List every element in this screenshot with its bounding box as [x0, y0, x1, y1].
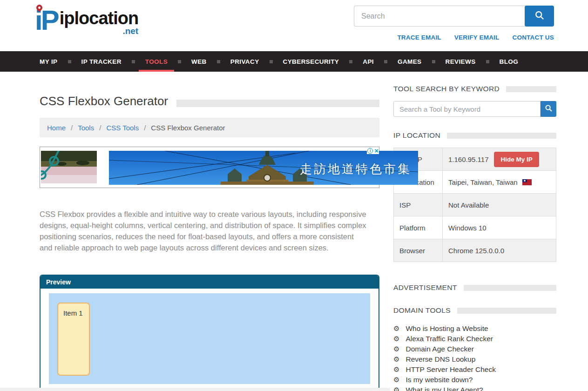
ad-left-image	[41, 151, 97, 183]
gear-icon: ⚙	[393, 377, 399, 384]
gear-icon: ⚙	[393, 346, 399, 353]
heading-decoration-bar	[447, 133, 556, 139]
verify-email-link[interactable]: VERIFY EMAIL	[454, 34, 500, 41]
nav-item-my-ip[interactable]: MY IP	[40, 51, 58, 72]
ip-location-value: Taipei, Taiwan, Taiwan	[448, 178, 518, 186]
isp-value: Not Available	[443, 194, 556, 216]
nav-item-cybersecurity[interactable]: CYBERSECURITY	[283, 51, 339, 72]
tool-link-reverse-dns[interactable]: ⚙ Reverse DNS Lookup	[393, 354, 556, 364]
header-links: TRACE EMAIL VERIFY EMAIL CONTACT US	[354, 34, 554, 41]
flex-preview-container: Item 1	[49, 293, 370, 384]
table-row: ISP Not Available	[394, 194, 556, 216]
browser-value: Chrome 125.0.0.0	[443, 239, 556, 262]
breadcrumb-home[interactable]: Home	[47, 124, 66, 132]
trace-email-link[interactable]: TRACE EMAIL	[397, 34, 441, 41]
nav-separator	[68, 60, 71, 63]
platform-value: Windows 10	[443, 216, 556, 239]
tool-search-button[interactable]	[541, 101, 556, 117]
site-header: iP iplocation .net TRACE EMAIL VERIFY EM…	[0, 0, 588, 51]
preview-panel-header: Preview	[41, 276, 378, 289]
tool-link-website-down[interactable]: ⚙ Is my website down?	[393, 375, 556, 385]
heading-decoration-bar	[457, 308, 556, 314]
heading-decoration-bar	[506, 86, 556, 92]
row-label: Platform	[394, 216, 443, 239]
breadcrumb-tools[interactable]: Tools	[78, 124, 94, 132]
title-decoration-bar	[176, 100, 379, 107]
nav-item-blog[interactable]: BLOG	[500, 51, 519, 72]
nav-item-api[interactable]: API	[363, 51, 374, 72]
contact-us-link[interactable]: CONTACT US	[513, 34, 554, 41]
flex-preview-item-1: Item 1	[57, 303, 90, 376]
nav-separator	[270, 60, 273, 63]
nav-item-web[interactable]: WEB	[191, 51, 207, 72]
nav-separator	[217, 60, 220, 63]
tool-link-who-is-hosting[interactable]: ⚙ Who is Hosting a Website	[393, 324, 556, 334]
table-row: Browser Chrome 125.0.0.0	[394, 239, 556, 262]
nav-separator	[178, 60, 181, 63]
tool-link-user-agent[interactable]: ⚙ What is my User Agent?	[393, 385, 556, 391]
row-label: ISP	[394, 194, 443, 216]
tool-search-input[interactable]	[393, 101, 541, 117]
ad-badges: i ×	[367, 147, 379, 154]
header-search-input[interactable]	[354, 6, 527, 27]
ad-close-icon[interactable]: ×	[374, 148, 378, 154]
tool-link-alexa-rank[interactable]: ⚙ Alexa Traffic Rank Checker	[393, 334, 556, 344]
domain-tools-list: ⚙ Who is Hosting a Website ⚙ Alexa Traff…	[393, 324, 556, 391]
nav-item-reviews[interactable]: REVIEWS	[446, 51, 476, 72]
header-search	[354, 6, 554, 27]
gear-icon: ⚙	[393, 366, 399, 373]
main-nav: MY IP IP TRACKER TOOLS WEB PRIVACY CYBER…	[0, 51, 588, 72]
taiwan-flag-icon	[522, 179, 532, 185]
search-icon	[545, 104, 553, 114]
nav-item-privacy[interactable]: PRIVACY	[230, 51, 259, 72]
nav-item-games[interactable]: GAMES	[398, 51, 422, 72]
gear-icon: ⚙	[393, 356, 399, 363]
nav-separator	[384, 60, 387, 63]
preview-panel: Preview Item 1	[40, 275, 379, 391]
site-logo[interactable]: iP iplocation .net	[35, 2, 138, 38]
nav-separator	[349, 60, 352, 63]
ad-overlay-text: 走訪地道特色市集	[300, 161, 412, 177]
table-row: Platform Windows 10	[394, 216, 556, 239]
your-ip-value: 1.160.95.117	[448, 155, 488, 163]
gear-icon: ⚙	[393, 336, 399, 343]
preview-panel-body: Item 1	[41, 289, 378, 391]
nav-item-tools[interactable]: TOOLS	[145, 51, 168, 72]
ad-banner[interactable]: 走訪地道特色市集 i ×	[40, 147, 379, 188]
nav-item-ip-tracker[interactable]: IP TRACKER	[81, 51, 122, 72]
header-search-button[interactable]	[525, 6, 554, 27]
logo-name: iplocation	[60, 9, 138, 27]
advertisement-heading: ADVERTISEMENT	[393, 283, 457, 292]
page-title: CSS Flexbox Generator	[40, 94, 168, 108]
nav-separator	[132, 60, 135, 63]
tool-link-domain-age[interactable]: ⚙ Domain Age Checker	[393, 344, 556, 354]
search-icon	[534, 10, 545, 22]
sidebar: TOOL SEARCH BY KEYWORD IP LOCATION Your …	[393, 85, 556, 391]
breadcrumb-separator: /	[71, 124, 73, 132]
tool-search-heading: TOOL SEARCH BY KEYWORD	[393, 85, 500, 93]
hide-my-ip-button[interactable]: Hide My IP	[494, 152, 539, 167]
main-column: CSS Flexbox Generator Home / Tools / CSS…	[40, 72, 379, 391]
logo-monogram: iP	[35, 2, 58, 38]
row-label: Browser	[394, 239, 443, 262]
domain-tools-heading: DOMAIN TOOLS	[393, 306, 451, 315]
breadcrumb-current: CSS Flexbox Generator	[151, 124, 225, 132]
heading-decoration-bar	[464, 285, 556, 291]
gear-icon: ⚙	[393, 325, 399, 332]
tool-link-http-header[interactable]: ⚙ HTTP Server Header Check	[393, 364, 556, 375]
intro-paragraph: CSS Flexbox provides a flexible and intu…	[40, 209, 368, 253]
ad-info-icon[interactable]: i	[367, 148, 373, 154]
breadcrumb-separator: /	[99, 124, 101, 132]
breadcrumb-css-tools[interactable]: CSS Tools	[106, 124, 139, 132]
ad-main-image: 走訪地道特色市集	[109, 151, 418, 185]
ip-location-heading: IP LOCATION	[393, 131, 440, 140]
breadcrumb-separator: /	[144, 124, 146, 132]
nav-separator	[486, 60, 489, 63]
gear-icon: ⚙	[393, 387, 399, 391]
nav-separator	[432, 60, 435, 63]
footer-strip	[0, 388, 390, 391]
logo-text: iplocation .net	[60, 9, 138, 36]
breadcrumb: Home / Tools / CSS Tools / CSS Flexbox G…	[40, 118, 379, 137]
